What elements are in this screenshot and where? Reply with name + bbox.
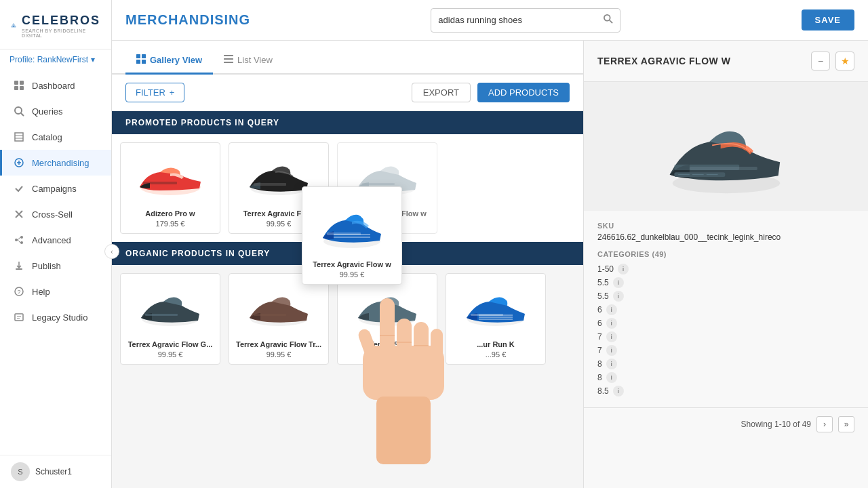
category-list: 1-50 i 5.5 i 5.5 i 6 i (597, 264, 854, 396)
sidebar-item-advanced[interactable]: Advanced (0, 227, 111, 253)
category-info-badge[interactable]: i (606, 318, 617, 329)
sidebar-item-queries[interactable]: Queries (0, 98, 111, 124)
category-value: 6 (597, 305, 602, 314)
svg-point-16 (20, 236, 23, 239)
svg-rect-28 (136, 54, 140, 58)
svg-point-15 (15, 239, 18, 241)
merchandising-icon (13, 157, 25, 169)
search-box (431, 8, 620, 33)
category-info-badge[interactable]: i (606, 331, 617, 342)
add-products-button[interactable]: ADD PRODUCTS (477, 83, 570, 102)
category-info-badge[interactable]: i (613, 386, 624, 396)
sidebar-item-help[interactable]: ? Help (0, 279, 111, 304)
organic-product-price-4: ...95 € (486, 350, 507, 359)
floating-product-name: Terrex Agravic Flow w (308, 260, 396, 268)
organic-product-1[interactable]: Terrex Agravic Flow G... 99.95 € (120, 273, 220, 365)
last-page-button[interactable]: » (838, 416, 854, 432)
action-buttons: EXPORT ADD PRODUCTS (412, 83, 570, 102)
category-info-badge[interactable]: i (613, 291, 624, 302)
organic-product-name-3: Terrex S... (343, 340, 431, 348)
advanced-icon (13, 234, 25, 246)
filter-button[interactable]: FILTER + (125, 83, 184, 102)
category-value: 6 (597, 319, 602, 328)
category-info-badge[interactable]: i (606, 304, 617, 315)
sidebar-item-legacy[interactable]: Legacy Studio (0, 304, 111, 330)
organic-product-image-3 (350, 281, 425, 335)
sidebar-item-label: Campaigns (32, 184, 77, 194)
category-value: 7 (597, 346, 602, 355)
queries-icon (13, 105, 25, 117)
search-input[interactable] (438, 15, 604, 25)
category-value: 1-50 (597, 264, 614, 274)
category-item-6a: 6 i (597, 304, 854, 315)
detail-product-image (584, 82, 868, 211)
organic-product-2[interactable]: Terrex Agravic Flow Tr... 99.95 € (229, 273, 329, 365)
list-icon (224, 54, 233, 66)
filter-label: FILTER (136, 87, 165, 98)
main-panel: MERCHANDISING SAVE Gallery View (112, 0, 868, 488)
grid-icon (136, 54, 146, 66)
filter-plus-icon: + (170, 87, 175, 98)
sidebar-item-dashboard[interactable]: Dashboard (0, 73, 111, 98)
category-info-badge[interactable]: i (606, 345, 617, 356)
sidebar-item-label: Cross-Sell (32, 209, 73, 220)
floating-product-card: Terrex Agravic Flow w 99.95 € (302, 186, 402, 285)
minimize-button[interactable]: − (811, 52, 830, 70)
profile-label: Profile: RankNewFirst (9, 55, 88, 64)
tab-gallery[interactable]: Gallery View (125, 46, 213, 75)
filter-row: FILTER + EXPORT ADD PRODUCTS (112, 75, 583, 111)
category-item-1-50: 1-50 i (597, 264, 854, 274)
star-button[interactable]: ★ (835, 52, 854, 70)
category-info-badge[interactable]: i (613, 277, 624, 288)
sidebar-item-label: Dashboard (32, 81, 75, 91)
category-value: 8.5 (597, 386, 609, 396)
profile-selector[interactable]: Profile: RankNewFirst ▾ (0, 49, 111, 70)
top-bar: MERCHANDISING SAVE (112, 0, 868, 41)
svg-rect-32 (224, 55, 233, 56)
logo-icon (11, 9, 16, 42)
category-value: 8 (597, 373, 602, 382)
dashboard-icon (13, 79, 25, 92)
promoted-section-header: PROMOTED PRODUCTS IN QUERY (112, 111, 583, 134)
sidebar-item-publish[interactable]: Publish (0, 253, 111, 279)
category-item-7a: 7 i (597, 331, 854, 342)
organic-product-price-1: 99.95 € (158, 350, 183, 359)
save-button[interactable]: SAVE (802, 9, 854, 30)
sidebar-item-catalog[interactable]: Catalog (0, 124, 111, 150)
sidebar-item-cross-sell[interactable]: Cross-Sell (0, 201, 111, 227)
category-value: 8 (597, 359, 602, 369)
svg-rect-61 (376, 396, 431, 464)
campaigns-icon (13, 182, 25, 195)
publish-icon (13, 260, 25, 272)
promoted-product-1[interactable]: Adizero Pro w 179.95 € (120, 142, 220, 234)
export-button[interactable]: EXPORT (412, 83, 471, 102)
organic-product-4[interactable]: ...ur Run K ...95 € (446, 273, 546, 365)
sidebar-item-campaigns[interactable]: Campaigns (0, 176, 111, 201)
pagination-row: Showing 1-10 of 49 › » (584, 407, 868, 441)
category-info-badge[interactable]: i (606, 372, 617, 383)
next-page-button[interactable]: › (816, 416, 833, 432)
product-price-2: 99.95 € (267, 220, 292, 228)
category-value: 5.5 (597, 278, 609, 287)
search-icon[interactable] (604, 14, 613, 26)
page-title: MERCHANDISING (125, 12, 250, 28)
svg-point-17 (20, 241, 23, 244)
category-item-5-5a: 5.5 i (597, 277, 854, 288)
sidebar-item-label: Queries (32, 106, 63, 117)
category-item-8a: 8 i (597, 359, 854, 369)
product-name-1: Adizero Pro w (126, 209, 214, 218)
organic-product-3[interactable]: Terrex S... 99.95 € (337, 273, 437, 365)
sidebar-item-merchandising[interactable]: Merchandising (0, 150, 111, 176)
svg-line-27 (610, 20, 612, 23)
category-info-badge[interactable]: i (618, 264, 629, 274)
logo-text: CELEBROS (22, 14, 100, 28)
category-info-badge[interactable]: i (606, 359, 617, 369)
svg-rect-6 (14, 86, 18, 90)
sidebar-item-label: Legacy Studio (32, 312, 87, 323)
category-value: 5.5 (597, 291, 609, 301)
tab-list[interactable]: List View (213, 46, 283, 75)
svg-rect-5 (20, 81, 24, 85)
collapse-button[interactable]: ‹ (104, 244, 119, 259)
last-icon: » (844, 420, 849, 429)
svg-rect-4 (14, 81, 18, 85)
